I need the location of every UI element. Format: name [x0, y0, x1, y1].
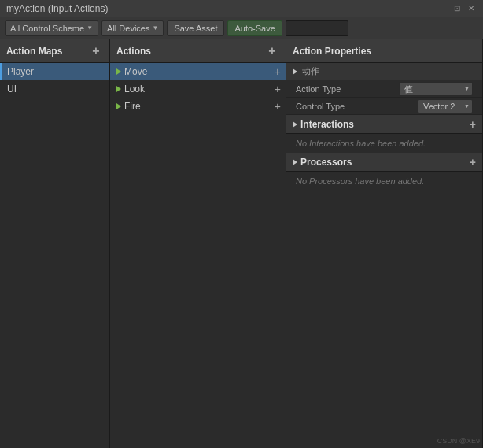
action-triangle-move — [116, 68, 121, 75]
map-item-player[interactable]: Player — [0, 63, 109, 80]
save-asset-button[interactable]: Save Asset — [167, 20, 224, 36]
action-type-row: Action Type 值 Button PassThrough — [286, 80, 482, 98]
action-maps-list: Player UI — [0, 63, 109, 448]
actions-list: Move + Look + Fire + — [110, 63, 286, 448]
close-icon[interactable]: ✕ — [466, 3, 477, 14]
control-scheme-dropdown[interactable]: All Control Scheme ▼ — [5, 20, 98, 36]
title-bar: myAction (Input Actions) ⊡ ✕ — [0, 0, 483, 17]
action-properties-content: 动作 Action Type 值 Button PassThrough — [286, 63, 482, 448]
control-type-row: Control Type Vector 2 Vector 3 Button Ax… — [286, 98, 482, 115]
action-maps-panel: Action Maps + Player UI — [0, 39, 110, 448]
toolbar: All Control Scheme ▼ All Devices ▼ Save … — [0, 17, 483, 39]
action-triangle-look — [116, 86, 121, 92]
window-title: myAction (Input Actions) — [6, 3, 108, 14]
all-devices-arrow: ▼ — [152, 24, 158, 31]
resize-icon[interactable]: ⊡ — [452, 3, 463, 14]
control-type-value: Vector 2 Vector 3 Button Axis — [418, 99, 473, 113]
action-type-label: Action Type — [296, 84, 399, 94]
action-label-move: Move — [124, 66, 147, 77]
action-item-fire[interactable]: Fire + — [110, 98, 286, 115]
action-add-move[interactable]: + — [275, 65, 286, 78]
action-section-label: 动作 — [286, 63, 482, 80]
action-type-select[interactable]: 值 Button PassThrough — [399, 82, 473, 96]
actions-header: Actions + — [110, 39, 286, 63]
action-properties-panel: Action Properties 动作 Action Type 值 Butto… — [286, 39, 483, 448]
action-section-triangle — [293, 68, 297, 75]
interactions-triangle — [293, 121, 297, 128]
all-devices-label: All Devices — [107, 24, 149, 33]
actions-title: Actions — [116, 46, 151, 57]
action-maps-title: Action Maps — [6, 46, 62, 57]
action-label-fire: Fire — [124, 101, 141, 112]
action-add-fire[interactable]: + — [275, 100, 286, 113]
action-triangle-fire — [116, 103, 121, 109]
processors-triangle — [293, 159, 297, 165]
action-properties-title: Action Properties — [293, 46, 371, 57]
search-input[interactable] — [286, 20, 348, 36]
auto-save-button[interactable]: Auto-Save — [227, 20, 282, 36]
main-layout: Action Maps + Player UI Actions + Move + — [0, 39, 483, 448]
processors-title: Processors — [300, 157, 352, 168]
map-item-ui[interactable]: UI — [0, 80, 109, 98]
interactions-empty-message: No Interactions have been added. — [286, 134, 482, 153]
map-item-player-label: Player — [7, 66, 34, 77]
control-type-select[interactable]: Vector 2 Vector 3 Button Axis — [418, 99, 473, 113]
all-devices-dropdown[interactable]: All Devices ▼ — [101, 20, 164, 36]
action-type-value: 值 Button PassThrough — [399, 82, 473, 96]
action-maps-add-button[interactable]: + — [89, 44, 103, 58]
action-section-title: 动作 — [302, 65, 319, 77]
control-scheme-label: All Control Scheme — [10, 24, 84, 33]
action-label-look: Look — [124, 83, 145, 94]
action-type-select-wrap: 值 Button PassThrough — [399, 82, 473, 96]
action-item-move[interactable]: Move + — [110, 63, 286, 80]
processors-section-header: Processors + — [286, 153, 482, 172]
interactions-section-header: Interactions + — [286, 115, 482, 134]
interactions-title: Interactions — [300, 119, 354, 130]
interactions-add-button[interactable]: + — [470, 118, 476, 131]
map-item-ui-label: UI — [7, 83, 17, 94]
actions-add-button[interactable]: + — [265, 44, 279, 58]
processors-empty-message: No Processors have been added. — [286, 172, 482, 191]
actions-panel: Actions + Move + Look + Fire + — [110, 39, 286, 448]
control-scheme-arrow: ▼ — [87, 24, 93, 31]
watermark: CSDN @XE9 — [437, 437, 480, 445]
processors-add-button[interactable]: + — [470, 156, 476, 168]
control-type-select-wrap: Vector 2 Vector 3 Button Axis — [418, 99, 473, 113]
action-maps-header: Action Maps + — [0, 39, 109, 63]
control-type-label: Control Type — [296, 102, 418, 111]
action-item-look[interactable]: Look + — [110, 80, 286, 98]
action-properties-header: Action Properties — [286, 39, 482, 63]
action-add-look[interactable]: + — [275, 83, 286, 95]
